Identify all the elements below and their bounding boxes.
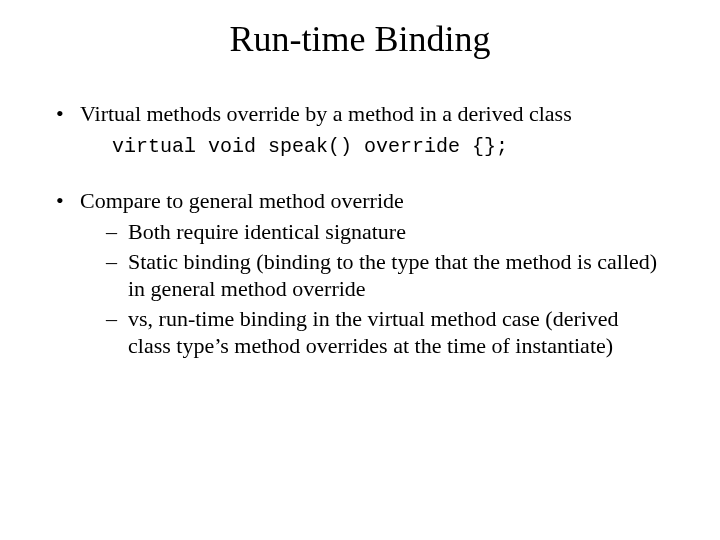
sub-bullet-text: Static binding (binding to the type that…	[128, 249, 657, 302]
code-line: virtual void speak() override {};	[112, 134, 666, 159]
bullet-text: Virtual methods override by a method in …	[80, 101, 572, 126]
sub-bullet-text: vs, run-time binding in the virtual meth…	[128, 306, 619, 359]
bullet-list: Virtual methods override by a method in …	[54, 100, 666, 360]
bullet-item: Virtual methods override by a method in …	[54, 100, 666, 159]
bullet-text: Compare to general method override	[80, 188, 404, 213]
sub-bullet-text: Both require identical signature	[128, 219, 406, 244]
slide: Run-time Binding Virtual methods overrid…	[0, 0, 720, 540]
sub-bullet-item: Static binding (binding to the type that…	[106, 248, 666, 303]
sub-bullet-list: Both require identical signature Static …	[80, 218, 666, 360]
bullet-item: Compare to general method override Both …	[54, 187, 666, 360]
sub-bullet-item: Both require identical signature	[106, 218, 666, 246]
slide-title: Run-time Binding	[0, 0, 720, 60]
sub-bullet-item: vs, run-time binding in the virtual meth…	[106, 305, 666, 360]
slide-body: Virtual methods override by a method in …	[0, 60, 720, 360]
